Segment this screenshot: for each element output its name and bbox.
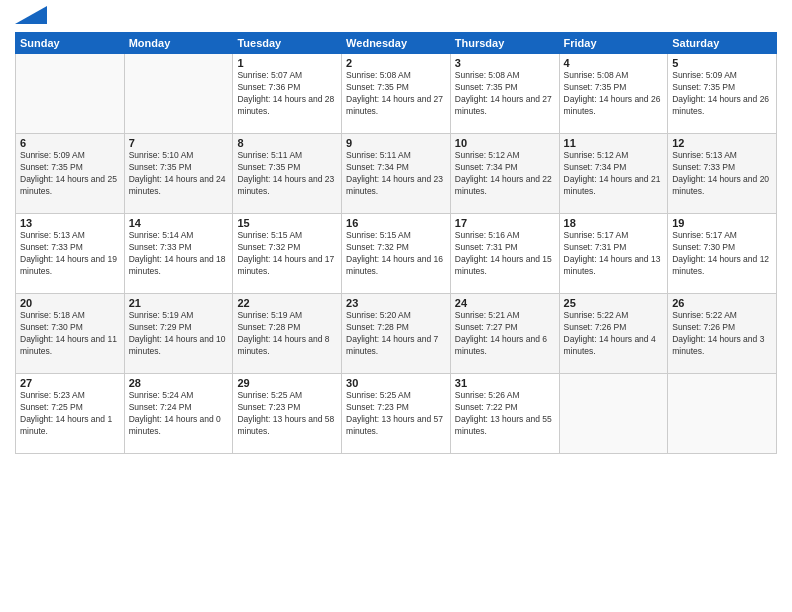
cell-info: Sunrise: 5:12 AM Sunset: 7:34 PM Dayligh… (564, 150, 664, 198)
cell-info: Sunrise: 5:19 AM Sunset: 7:29 PM Dayligh… (129, 310, 229, 358)
calendar-cell: 14Sunrise: 5:14 AM Sunset: 7:33 PM Dayli… (124, 214, 233, 294)
cell-info: Sunrise: 5:18 AM Sunset: 7:30 PM Dayligh… (20, 310, 120, 358)
logo (15, 10, 47, 24)
calendar-cell: 15Sunrise: 5:15 AM Sunset: 7:32 PM Dayli… (233, 214, 342, 294)
day-number: 9 (346, 137, 446, 149)
calendar-week-row: 1Sunrise: 5:07 AM Sunset: 7:36 PM Daylig… (16, 54, 777, 134)
day-number: 11 (564, 137, 664, 149)
cell-info: Sunrise: 5:17 AM Sunset: 7:31 PM Dayligh… (564, 230, 664, 278)
cell-info: Sunrise: 5:13 AM Sunset: 7:33 PM Dayligh… (672, 150, 772, 198)
cell-info: Sunrise: 5:22 AM Sunset: 7:26 PM Dayligh… (564, 310, 664, 358)
day-number: 3 (455, 57, 555, 69)
calendar-week-row: 6Sunrise: 5:09 AM Sunset: 7:35 PM Daylig… (16, 134, 777, 214)
cell-info: Sunrise: 5:20 AM Sunset: 7:28 PM Dayligh… (346, 310, 446, 358)
calendar-cell: 22Sunrise: 5:19 AM Sunset: 7:28 PM Dayli… (233, 294, 342, 374)
day-number: 24 (455, 297, 555, 309)
cell-info: Sunrise: 5:08 AM Sunset: 7:35 PM Dayligh… (346, 70, 446, 118)
cell-info: Sunrise: 5:15 AM Sunset: 7:32 PM Dayligh… (346, 230, 446, 278)
day-number: 8 (237, 137, 337, 149)
header (15, 10, 777, 24)
calendar-cell: 11Sunrise: 5:12 AM Sunset: 7:34 PM Dayli… (559, 134, 668, 214)
calendar-week-row: 13Sunrise: 5:13 AM Sunset: 7:33 PM Dayli… (16, 214, 777, 294)
weekday-header: Saturday (668, 33, 777, 54)
day-number: 17 (455, 217, 555, 229)
day-number: 6 (20, 137, 120, 149)
calendar-cell: 7Sunrise: 5:10 AM Sunset: 7:35 PM Daylig… (124, 134, 233, 214)
cell-info: Sunrise: 5:08 AM Sunset: 7:35 PM Dayligh… (564, 70, 664, 118)
day-number: 19 (672, 217, 772, 229)
calendar-cell: 23Sunrise: 5:20 AM Sunset: 7:28 PM Dayli… (342, 294, 451, 374)
day-number: 5 (672, 57, 772, 69)
cell-info: Sunrise: 5:07 AM Sunset: 7:36 PM Dayligh… (237, 70, 337, 118)
calendar-cell: 3Sunrise: 5:08 AM Sunset: 7:35 PM Daylig… (450, 54, 559, 134)
cell-info: Sunrise: 5:09 AM Sunset: 7:35 PM Dayligh… (672, 70, 772, 118)
calendar-cell: 9Sunrise: 5:11 AM Sunset: 7:34 PM Daylig… (342, 134, 451, 214)
day-number: 16 (346, 217, 446, 229)
cell-info: Sunrise: 5:16 AM Sunset: 7:31 PM Dayligh… (455, 230, 555, 278)
calendar-week-row: 27Sunrise: 5:23 AM Sunset: 7:25 PM Dayli… (16, 374, 777, 454)
calendar-cell: 28Sunrise: 5:24 AM Sunset: 7:24 PM Dayli… (124, 374, 233, 454)
cell-info: Sunrise: 5:11 AM Sunset: 7:35 PM Dayligh… (237, 150, 337, 198)
cell-info: Sunrise: 5:08 AM Sunset: 7:35 PM Dayligh… (455, 70, 555, 118)
cell-info: Sunrise: 5:11 AM Sunset: 7:34 PM Dayligh… (346, 150, 446, 198)
calendar-cell: 24Sunrise: 5:21 AM Sunset: 7:27 PM Dayli… (450, 294, 559, 374)
calendar-cell (559, 374, 668, 454)
weekday-header: Friday (559, 33, 668, 54)
day-number: 28 (129, 377, 229, 389)
calendar-cell: 17Sunrise: 5:16 AM Sunset: 7:31 PM Dayli… (450, 214, 559, 294)
calendar-cell: 18Sunrise: 5:17 AM Sunset: 7:31 PM Dayli… (559, 214, 668, 294)
cell-info: Sunrise: 5:21 AM Sunset: 7:27 PM Dayligh… (455, 310, 555, 358)
cell-info: Sunrise: 5:24 AM Sunset: 7:24 PM Dayligh… (129, 390, 229, 438)
calendar-cell (124, 54, 233, 134)
day-number: 7 (129, 137, 229, 149)
svg-marker-0 (15, 6, 47, 24)
day-number: 18 (564, 217, 664, 229)
day-number: 30 (346, 377, 446, 389)
calendar-cell: 1Sunrise: 5:07 AM Sunset: 7:36 PM Daylig… (233, 54, 342, 134)
cell-info: Sunrise: 5:23 AM Sunset: 7:25 PM Dayligh… (20, 390, 120, 438)
cell-info: Sunrise: 5:10 AM Sunset: 7:35 PM Dayligh… (129, 150, 229, 198)
calendar-week-row: 20Sunrise: 5:18 AM Sunset: 7:30 PM Dayli… (16, 294, 777, 374)
calendar-cell (16, 54, 125, 134)
day-number: 27 (20, 377, 120, 389)
calendar-cell (668, 374, 777, 454)
day-number: 31 (455, 377, 555, 389)
day-number: 10 (455, 137, 555, 149)
day-number: 20 (20, 297, 120, 309)
day-number: 2 (346, 57, 446, 69)
cell-info: Sunrise: 5:13 AM Sunset: 7:33 PM Dayligh… (20, 230, 120, 278)
calendar-cell: 2Sunrise: 5:08 AM Sunset: 7:35 PM Daylig… (342, 54, 451, 134)
calendar-table: SundayMondayTuesdayWednesdayThursdayFrid… (15, 32, 777, 454)
calendar-cell: 10Sunrise: 5:12 AM Sunset: 7:34 PM Dayli… (450, 134, 559, 214)
calendar-cell: 26Sunrise: 5:22 AM Sunset: 7:26 PM Dayli… (668, 294, 777, 374)
weekday-header: Wednesday (342, 33, 451, 54)
weekday-header: Sunday (16, 33, 125, 54)
weekday-header: Thursday (450, 33, 559, 54)
calendar-cell: 25Sunrise: 5:22 AM Sunset: 7:26 PM Dayli… (559, 294, 668, 374)
day-number: 14 (129, 217, 229, 229)
day-number: 4 (564, 57, 664, 69)
calendar-cell: 21Sunrise: 5:19 AM Sunset: 7:29 PM Dayli… (124, 294, 233, 374)
calendar-cell: 27Sunrise: 5:23 AM Sunset: 7:25 PM Dayli… (16, 374, 125, 454)
calendar-cell: 16Sunrise: 5:15 AM Sunset: 7:32 PM Dayli… (342, 214, 451, 294)
day-number: 21 (129, 297, 229, 309)
cell-info: Sunrise: 5:25 AM Sunset: 7:23 PM Dayligh… (346, 390, 446, 438)
day-number: 25 (564, 297, 664, 309)
logo-icon (15, 6, 47, 24)
day-number: 1 (237, 57, 337, 69)
calendar-header-row: SundayMondayTuesdayWednesdayThursdayFrid… (16, 33, 777, 54)
day-number: 29 (237, 377, 337, 389)
calendar-cell: 29Sunrise: 5:25 AM Sunset: 7:23 PM Dayli… (233, 374, 342, 454)
calendar-cell: 4Sunrise: 5:08 AM Sunset: 7:35 PM Daylig… (559, 54, 668, 134)
day-number: 22 (237, 297, 337, 309)
cell-info: Sunrise: 5:17 AM Sunset: 7:30 PM Dayligh… (672, 230, 772, 278)
day-number: 26 (672, 297, 772, 309)
cell-info: Sunrise: 5:19 AM Sunset: 7:28 PM Dayligh… (237, 310, 337, 358)
calendar-cell: 20Sunrise: 5:18 AM Sunset: 7:30 PM Dayli… (16, 294, 125, 374)
calendar-cell: 19Sunrise: 5:17 AM Sunset: 7:30 PM Dayli… (668, 214, 777, 294)
calendar-cell: 5Sunrise: 5:09 AM Sunset: 7:35 PM Daylig… (668, 54, 777, 134)
calendar-cell: 8Sunrise: 5:11 AM Sunset: 7:35 PM Daylig… (233, 134, 342, 214)
cell-info: Sunrise: 5:09 AM Sunset: 7:35 PM Dayligh… (20, 150, 120, 198)
day-number: 15 (237, 217, 337, 229)
cell-info: Sunrise: 5:25 AM Sunset: 7:23 PM Dayligh… (237, 390, 337, 438)
